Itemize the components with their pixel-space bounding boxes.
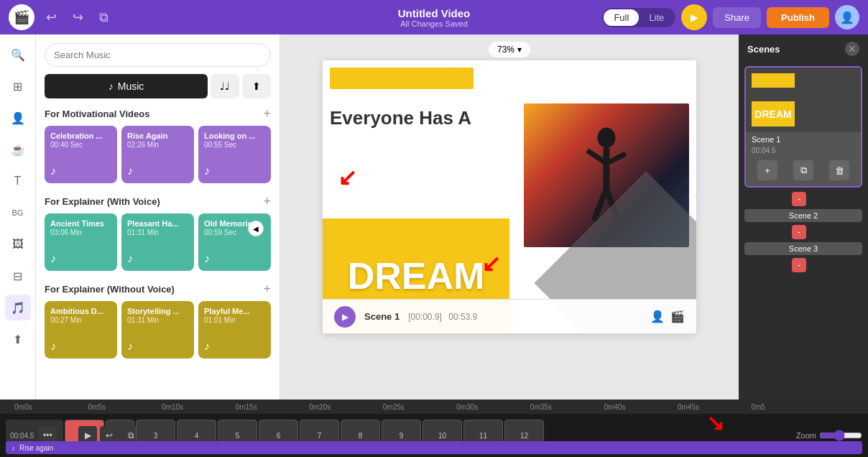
logo: 🎬 <box>9 4 34 30</box>
sidebar-music[interactable]: 🎵 <box>5 295 31 320</box>
sidebar-characters[interactable]: 👤 <box>5 105 31 131</box>
ambitious-title: Ambitious D... <box>50 307 111 316</box>
ruler-0m5s: 0m5s <box>88 403 162 411</box>
sfx-tab[interactable]: ♩♩ <box>211 74 239 98</box>
motivational-section-header: For Motivational Videos + <box>45 107 271 120</box>
canvas-frame: Everyone Has A DREAM + <box>323 60 696 333</box>
zoom-dropdown-icon[interactable]: ▾ <box>517 45 522 55</box>
looking-on-time: 00:55 Sec <box>204 141 265 149</box>
rise-again-card[interactable]: Rise Again 02:26 Min ♪ <box>121 126 194 183</box>
canvas-add-element-button[interactable]: + <box>689 187 696 207</box>
lite-toggle[interactable]: Lite <box>639 9 674 26</box>
sidebar-upload[interactable]: ⬆ <box>5 326 31 352</box>
celebration-note-icon: ♪ <box>50 165 111 177</box>
upload-tab[interactable]: ⬆ <box>242 74 271 98</box>
sidebar-props[interactable]: ☕ <box>5 137 31 162</box>
scene-2-remove-button[interactable]: - <box>792 225 806 239</box>
scene-timecode-value: [00:00.9] <box>408 312 442 322</box>
zoom-slider[interactable] <box>819 430 862 441</box>
playful-me-card[interactable]: Playful Me... 01:01 Min ♪ <box>198 301 271 359</box>
music-tabs: ♪ Music ♩♩ ⬆ <box>45 74 271 98</box>
ancient-times-title: Ancient Times <box>50 219 111 228</box>
storytelling-card[interactable]: Storytelling ... 01:31 Min ♪ <box>121 301 194 359</box>
scene-play-button[interactable]: ▶ <box>334 306 356 328</box>
sfx-icon: ♩♩ <box>220 80 230 92</box>
explainer-voice-cards: Ancient Times 03:06 Min ♪ Pleasant Ha...… <box>45 213 271 271</box>
celebration-card[interactable]: Celebration ... 00:40 Sec ♪ <box>45 126 117 183</box>
scene-1-delete-button[interactable]: 🗑 <box>829 160 849 180</box>
user-avatar[interactable]: 👤 <box>835 5 859 29</box>
scene-1-remove-button[interactable]: - <box>792 192 806 206</box>
scene-1-time: 00:04.5 <box>746 147 861 157</box>
explainer-novoice-title: For Explainer (Without Voice) <box>45 284 175 295</box>
scenes-title: Scenes <box>747 44 780 55</box>
scene-icons: 👤 🎬 <box>650 310 685 323</box>
panel-collapse-button[interactable]: ◀ <box>248 221 264 236</box>
undo-button[interactable]: ↩ <box>42 6 61 28</box>
music-search-input[interactable] <box>45 43 271 67</box>
share-button[interactable]: Share <box>713 7 761 28</box>
scene-1-duplicate-button[interactable]: ⧉ <box>793 160 813 180</box>
redo-button[interactable]: ↪ <box>68 6 88 28</box>
explainer-novoice-cards: Ambitious D... 00:27 Min ♪ Storytelling … <box>45 301 271 359</box>
view-toggle: Full Lite <box>602 8 675 27</box>
explainer-voice-add-button[interactable]: + <box>263 195 271 208</box>
clip-7-num: 7 <box>318 432 322 440</box>
ambitious-card[interactable]: Ambitious D... 00:27 Min ♪ <box>45 301 117 359</box>
scene-3-remove-button[interactable]: - <box>792 258 806 272</box>
explainer-novoice-add-button[interactable]: + <box>263 282 271 295</box>
ruler-0m20s: 0m20s <box>309 403 383 411</box>
duplicate-button[interactable]: ⧉ <box>95 7 113 28</box>
scene-1-dream: DREAM <box>752 101 795 126</box>
ruler-0m25s: 0m25s <box>383 403 457 411</box>
ruler-0m15s: 0m15s <box>236 403 310 411</box>
scene-2-label[interactable]: Scene 2 <box>744 209 862 222</box>
publish-button[interactable]: Publish <box>767 7 829 28</box>
scenes-close-button[interactable]: ✕ <box>845 42 859 56</box>
pleasant-ha-note-icon: ♪ <box>127 252 188 265</box>
looking-on-card[interactable]: Looking on ... 00:55 Sec ♪ <box>198 126 271 183</box>
celebration-title: Celebration ... <box>50 131 111 141</box>
topbar-right: Full Lite ▶ Share Publish 👤 <box>602 4 859 30</box>
scenes-panel: Scenes ✕ DREAM Scene 1 00:04.5 + ⧉ 🗑 - S… <box>739 34 868 400</box>
explainer-voice-title: For Explainer (With Voice) <box>45 196 160 207</box>
full-toggle[interactable]: Full <box>604 9 639 26</box>
scene-timecode: [00:00.9] 00:53.9 <box>408 312 477 322</box>
sidebar-templates[interactable]: ⊞ <box>5 73 31 99</box>
pleasant-ha-card[interactable]: Pleasant Ha... 01:31 Min ♪ <box>121 213 194 271</box>
looking-on-note-icon: ♪ <box>204 165 265 177</box>
motivational-cards: Celebration ... 00:40 Sec ♪ Rise Again 0… <box>45 126 271 183</box>
scene-3-label[interactable]: Scene 3 <box>744 242 862 255</box>
scene-1-thumb[interactable]: DREAM Scene 1 00:04.5 + ⧉ 🗑 <box>744 66 862 188</box>
ruler-0m10s: 0m10s <box>162 403 236 411</box>
canvas-dream-text: DREAM <box>348 254 485 297</box>
pleasant-ha-title: Pleasant Ha... <box>127 219 188 228</box>
zoom-value: 73% <box>497 45 514 55</box>
canvas-area: 73% ▾ Everyone Has A DREAM <box>280 34 739 400</box>
scene-user-icon-button[interactable]: 👤 <box>650 310 665 323</box>
scene-1-yellow-bar <box>752 73 795 88</box>
video-title: Untitled Video <box>398 7 471 19</box>
sidebar-search[interactable]: 🔍 <box>5 42 31 68</box>
sidebar-text[interactable]: T <box>5 168 31 194</box>
music-tab[interactable]: ♪ Music <box>45 74 208 98</box>
sidebar-bg[interactable]: BG <box>5 200 31 226</box>
celebration-time: 00:40 Sec <box>50 141 111 149</box>
upload-icon: ⬆ <box>252 80 261 92</box>
ruler-0m30s: 0m30s <box>456 403 530 411</box>
motivational-add-button[interactable]: + <box>263 107 271 120</box>
scene-video-icon-button[interactable]: 🎬 <box>670 310 685 323</box>
sidebar-media[interactable]: 🖼 <box>5 231 31 257</box>
ruler-0m35s: 0m35s <box>530 403 604 411</box>
ruler-0m45s: 0m45s <box>678 403 752 411</box>
scene-1-add-button[interactable]: + <box>757 160 777 180</box>
clip-5-num: 5 <box>236 432 240 440</box>
ancient-times-card[interactable]: Ancient Times 03:06 Min ♪ <box>45 213 117 271</box>
canvas-scene-bar: ▶ Scene 1 [00:00.9] 00:53.9 👤 🎬 <box>323 299 696 333</box>
clip-8-num: 8 <box>359 432 363 440</box>
preview-play-button[interactable]: ▶ <box>681 4 707 30</box>
clip-time-display: 00:04.5 <box>10 432 34 440</box>
sidebar-scenes-list[interactable]: ⊟ <box>5 263 31 289</box>
rise-again-note-icon: ♪ <box>127 165 188 177</box>
ruler-0m0s: 0m0s <box>14 403 88 411</box>
